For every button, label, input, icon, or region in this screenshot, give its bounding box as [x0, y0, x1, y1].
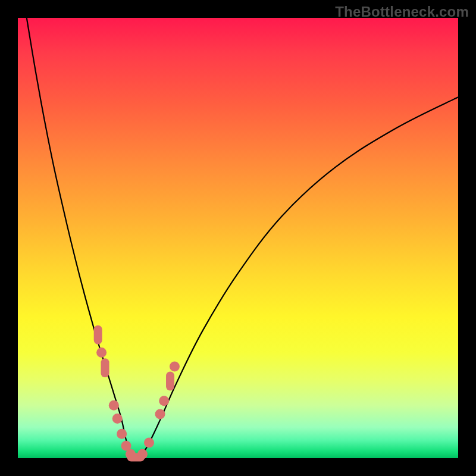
data-marker — [96, 347, 107, 358]
data-marker — [159, 396, 169, 406]
data-marker — [112, 414, 123, 424]
data-marker — [166, 372, 174, 391]
chart-svg — [18, 18, 458, 458]
data-marker — [117, 429, 127, 439]
bottleneck-curve — [27, 18, 458, 458]
data-marker — [155, 409, 165, 419]
chart-frame — [18, 18, 458, 458]
data-marker — [137, 449, 148, 459]
data-marker — [109, 400, 119, 411]
data-marker — [144, 438, 154, 448]
data-markers — [94, 325, 180, 462]
watermark-text: TheBottleneck.com — [335, 4, 469, 20]
data-marker — [170, 362, 180, 372]
data-marker — [101, 358, 109, 377]
data-marker — [94, 325, 102, 345]
